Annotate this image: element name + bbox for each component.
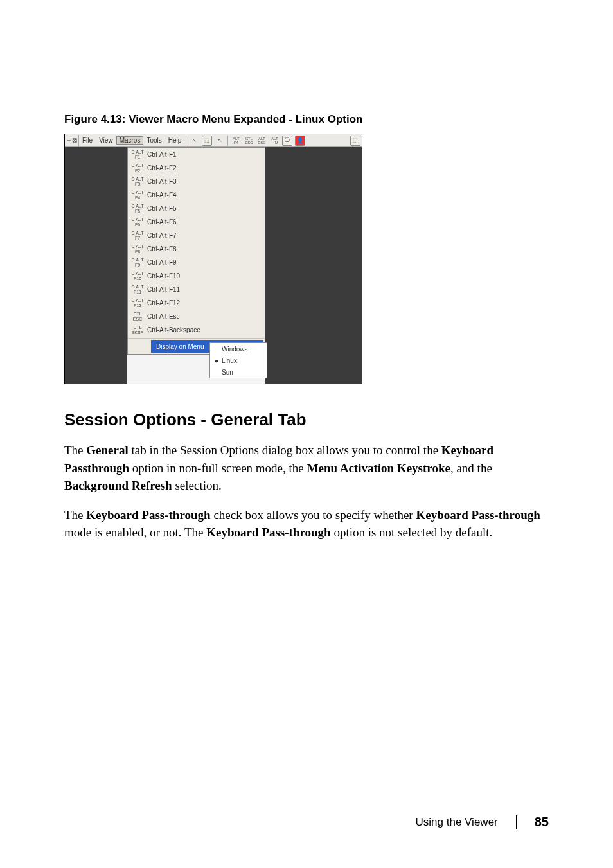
macro-label: Ctrl-Alt-F2 [145, 164, 177, 172]
figure-caption: Figure 4.13: Viewer Macro Menu Expanded … [64, 113, 549, 126]
paragraph-2: The Keyboard Pass-through check box allo… [64, 506, 549, 542]
macro-label: Ctrl-Alt-F6 [145, 218, 177, 226]
macro-item-ctrl-alt-f7[interactable]: C ALT F7Ctrl-Alt-F7 [128, 229, 265, 242]
toolbar-separator [227, 136, 228, 146]
macro-label: Ctrl-Alt-F11 [145, 286, 180, 293]
footer-section: Using the Viewer [416, 816, 498, 829]
menu-tools[interactable]: Tools [143, 137, 164, 144]
viewer-body-left [65, 147, 127, 384]
menu-file[interactable]: File [79, 137, 96, 144]
macro-icon: C ALT F3 [130, 177, 145, 187]
alt-esc-icon[interactable]: ALT ESC [256, 136, 267, 146]
footer-divider [516, 815, 517, 829]
macro-label: Ctrl-Alt-Esc [145, 313, 180, 320]
align-icon[interactable]: ⬚ [202, 136, 212, 146]
macro-item-ctrl-alt-f4[interactable]: C ALT F4Ctrl-Alt-F4 [128, 188, 265, 202]
submenu-item-linux[interactable]: ●Linux [210, 355, 267, 366]
ctl-esc-icon[interactable]: CTL ESC [244, 136, 254, 146]
submenu-label: Sun [220, 369, 233, 376]
macros-dropdown: C ALT F1Ctrl-Alt-F1 C ALT F2Ctrl-Alt-F2 … [127, 147, 265, 355]
viewer-body-right [265, 147, 362, 384]
display-on-menu-label: Display on Menu [156, 343, 204, 350]
section-heading: Session Options - General Tab [64, 410, 549, 430]
submenu-label: Windows [220, 346, 248, 353]
menubar: ⊣⊠ File View Macros Tools Help ↖ ⬚ ↖ ALT… [65, 134, 362, 147]
cursor-icon[interactable]: ↖ [215, 136, 225, 146]
paragraph-1: The General tab in the Session Options d… [64, 441, 549, 495]
display-submenu: Windows ●Linux Sun [209, 342, 267, 378]
macro-label: Ctrl-Alt-F10 [145, 272, 180, 279]
menu-help[interactable]: Help [165, 137, 185, 144]
macro-label: Ctrl-Alt-F3 [145, 178, 177, 185]
macro-label: Ctrl-Alt-F1 [145, 151, 177, 158]
page-number: 85 [535, 815, 549, 829]
screenshot-container: ⊣⊠ File View Macros Tools Help ↖ ⬚ ↖ ALT… [64, 134, 362, 384]
macro-label: Ctrl-Alt-F12 [145, 299, 180, 306]
macro-icon: C ALT F8 [130, 244, 145, 254]
menu-view[interactable]: View [96, 137, 116, 144]
macro-item-ctrl-alt-backspace[interactable]: CTL BKSPCtrl-Alt-Backspace [128, 323, 265, 337]
macro-item-ctrl-alt-f2[interactable]: C ALT F2Ctrl-Alt-F2 [128, 161, 265, 175]
macro-icon: CTL ESC [130, 312, 145, 322]
macro-item-ctrl-alt-f9[interactable]: C ALT F9Ctrl-Alt-F9 [128, 256, 265, 269]
macro-icon: C ALT F5 [130, 204, 145, 214]
macro-item-ctrl-alt-f1[interactable]: C ALT F1Ctrl-Alt-F1 [128, 148, 265, 161]
macro-icon: C ALT F1 [130, 150, 145, 160]
macro-icon: C ALT F9 [130, 258, 145, 268]
macro-label: Ctrl-Alt-Backspace [145, 326, 200, 333]
pin-icon[interactable]: ⊣⊠ [65, 135, 79, 146]
person-icon[interactable]: 👤 [295, 136, 305, 146]
macro-icon: CTL BKSP [130, 325, 145, 335]
dropdown-separator [128, 338, 265, 339]
macro-icon: C ALT F6 [130, 217, 145, 227]
macro-icon: C ALT F2 [130, 163, 145, 173]
macro-label: Ctrl-Alt-F7 [145, 232, 177, 239]
screen-icon[interactable]: 🖵 [282, 136, 292, 146]
macro-icon: C ALT F12 [130, 298, 145, 308]
alt-m-icon[interactable]: ALT →M [269, 136, 280, 146]
macro-item-ctrl-alt-f6[interactable]: C ALT F6Ctrl-Alt-F6 [128, 215, 265, 229]
macro-icon: C ALT F11 [130, 285, 145, 295]
dual-screen-icon[interactable]: ⬚ [350, 136, 360, 146]
macro-item-ctrl-alt-f12[interactable]: C ALT F12Ctrl-Alt-F12 [128, 296, 265, 310]
radio-selected-icon: ● [213, 357, 220, 364]
macro-item-ctrl-alt-f8[interactable]: C ALT F8Ctrl-Alt-F8 [128, 242, 265, 256]
macro-label: Ctrl-Alt-F8 [145, 245, 177, 252]
macro-item-ctrl-alt-f10[interactable]: C ALT F10Ctrl-Alt-F10 [128, 269, 265, 283]
cursor-mode-icon[interactable]: ↖ [189, 136, 199, 146]
alt-f4-icon[interactable]: ALT F4 [231, 136, 241, 146]
macro-icon: C ALT F7 [130, 231, 145, 241]
macro-label: Ctrl-Alt-F4 [145, 191, 177, 199]
macro-label: Ctrl-Alt-F5 [145, 205, 177, 212]
toolbar-separator [186, 136, 186, 146]
submenu-item-windows[interactable]: Windows [210, 343, 267, 355]
macro-item-ctrl-alt-esc[interactable]: CTL ESCCtrl-Alt-Esc [128, 310, 265, 323]
menu-macros[interactable]: Macros [116, 136, 144, 145]
macro-icon: C ALT F10 [130, 271, 145, 281]
macro-icon: C ALT F4 [130, 190, 145, 200]
submenu-label: Linux [220, 357, 237, 364]
macro-label: Ctrl-Alt-F9 [145, 259, 177, 266]
page-footer: Using the Viewer 85 [416, 815, 549, 829]
submenu-item-sun[interactable]: Sun [210, 366, 267, 378]
macro-item-ctrl-alt-f3[interactable]: C ALT F3Ctrl-Alt-F3 [128, 175, 265, 188]
macro-item-ctrl-alt-f5[interactable]: C ALT F5Ctrl-Alt-F5 [128, 202, 265, 215]
macro-item-ctrl-alt-f11[interactable]: C ALT F11Ctrl-Alt-F11 [128, 283, 265, 296]
